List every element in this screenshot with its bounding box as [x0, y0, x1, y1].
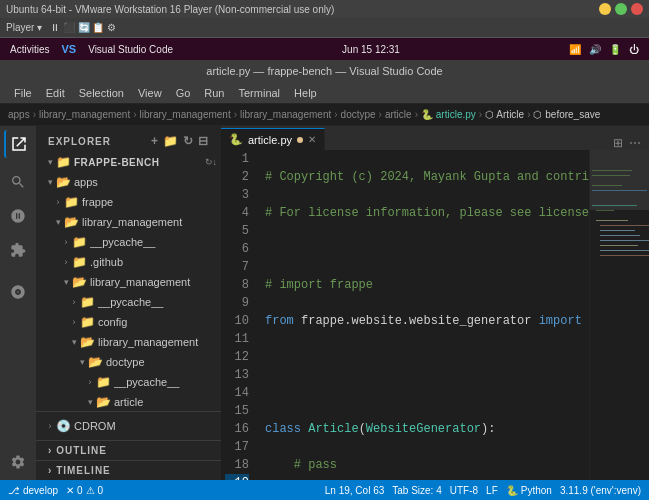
encoding-text: UTF-8 [450, 485, 478, 496]
bc-article-class[interactable]: ⬡ Article [485, 109, 524, 120]
bc-lm3[interactable]: library_management [240, 109, 331, 120]
activity-explorer[interactable] [4, 130, 32, 158]
svg-rect-13 [600, 255, 649, 256]
tree-article-folder[interactable]: ▾ 📂 article [36, 392, 221, 411]
bc-before-save[interactable]: ⬡ before_save [533, 109, 600, 120]
code-content[interactable]: # Copyright (c) 2024, Mayank Gupta and c… [257, 150, 589, 480]
ubuntu-topbar-right: 📶 🔊 🔋 ⏻ [569, 44, 639, 55]
arrow-icon: ▾ [44, 157, 56, 167]
arrow-icon: › [68, 317, 80, 327]
tree-config[interactable]: › 📁 config [36, 312, 221, 332]
tree-libmgmt-1[interactable]: ▾ 📂 library_management [36, 212, 221, 232]
tree-doctype[interactable]: ▾ 📂 doctype [36, 352, 221, 372]
code-line-1: # Copyright (c) 2024, Mayank Gupta and c… [265, 168, 581, 186]
bc-apps[interactable]: apps [8, 109, 30, 120]
tree-root[interactable]: ▾ 📁 FRAPPE-BENCH ↻↓ [36, 152, 221, 172]
menu-selection[interactable]: Selection [73, 85, 130, 101]
vscode-menubar[interactable]: File Edit Selection View Go Run Terminal… [0, 82, 649, 104]
close-tab-icon[interactable]: ✕ [308, 134, 316, 145]
refresh-icon[interactable]: ↻ [183, 134, 194, 148]
arrow-icon: ▾ [76, 357, 88, 367]
vm-window-controls[interactable] [599, 3, 643, 15]
svg-rect-5 [596, 210, 614, 211]
menu-view[interactable]: View [132, 85, 168, 101]
maximize-btn[interactable] [615, 3, 627, 15]
git-branch[interactable]: ⎇ develop [8, 485, 58, 496]
code-line-4: # import frappe [265, 276, 581, 294]
code-line-9: # pass [265, 456, 581, 474]
svg-rect-12 [600, 250, 649, 251]
activity-debug[interactable] [4, 278, 32, 306]
svg-rect-0 [592, 170, 632, 171]
vm-titlebar: Ubuntu 64-bit - VMware Workstation 16 Pl… [0, 0, 649, 18]
ubuntu-topbar: Activities VS Visual Studio Code Jun 15 … [0, 38, 649, 60]
activity-search[interactable] [4, 168, 32, 196]
activities-label[interactable]: Activities [10, 44, 49, 55]
arrow-icon: ▾ [52, 217, 64, 227]
code-editor[interactable]: 1 2 3 4 5 6 7 8 9 10 11 12 13 14 15 16 1 [221, 150, 649, 480]
line-numbers: 1 2 3 4 5 6 7 8 9 10 11 12 13 14 15 16 1 [221, 150, 257, 480]
python-version[interactable]: 3.11.9 ('env':venv) [560, 485, 641, 496]
tab-size[interactable]: Tab Size: 4 [392, 485, 441, 496]
language-mode[interactable]: 🐍 Python [506, 485, 552, 496]
arrow-icon: ▾ [60, 277, 72, 287]
explorer-header-icons[interactable]: + 📁 ↻ ⊟ [151, 134, 209, 148]
tab-size-text: Tab Size: 4 [392, 485, 441, 496]
bc-article-folder[interactable]: article [385, 109, 412, 120]
tree-cdrom[interactable]: › 💿 CDROM [36, 416, 221, 436]
bc-lm1[interactable]: library_management [39, 109, 130, 120]
more-actions-icon[interactable]: ⋯ [629, 136, 641, 150]
arrow-icon: › [52, 197, 64, 207]
tree-pycache-1[interactable]: › 📁 __pycache__ [36, 232, 221, 252]
tree-apps[interactable]: ▾ 📂 apps [36, 172, 221, 192]
vscode-window: article.py — frappe-bench — Visual Studi… [0, 60, 649, 500]
status-left: ⎇ develop ✕ 0 ⚠ 0 [8, 485, 103, 496]
encoding[interactable]: UTF-8 [450, 485, 478, 496]
tree-frappe[interactable]: › 📁 frappe [36, 192, 221, 212]
collapse-all-icon[interactable]: ⊟ [198, 134, 209, 148]
timeline-header[interactable]: › TIMELINE [36, 461, 221, 480]
new-file-icon[interactable]: + [151, 134, 159, 148]
activity-bar [0, 126, 36, 480]
menu-edit[interactable]: Edit [40, 85, 71, 101]
tree-libmgmt-2[interactable]: ▾ 📂 library_management [36, 272, 221, 292]
svg-rect-6 [596, 220, 628, 221]
close-btn[interactable] [631, 3, 643, 15]
branch-icon: ⎇ [8, 485, 20, 496]
cursor-position[interactable]: Ln 19, Col 63 [325, 485, 385, 496]
cdrom-label: CDROM [74, 420, 217, 432]
ubuntu-topbar-left: Activities VS Visual Studio Code [10, 43, 173, 55]
network-icon: 📶 [569, 44, 581, 55]
tree-github[interactable]: › 📁 .github [36, 252, 221, 272]
activity-source-control[interactable] [4, 202, 32, 230]
tree-pycache-doctype[interactable]: › 📁 __pycache__ [36, 372, 221, 392]
tree-pycache-2[interactable]: › 📁 __pycache__ [36, 292, 221, 312]
new-folder-icon[interactable]: 📁 [163, 134, 179, 148]
tab-label: article.py [248, 134, 292, 146]
breadcrumb-bar: apps › library_management › library_mana… [0, 104, 649, 126]
menu-go[interactable]: Go [170, 85, 197, 101]
bc-lm2[interactable]: library_management [140, 109, 231, 120]
tab-article-py[interactable]: 🐍 article.py ✕ [221, 128, 325, 150]
arrow-icon: › [68, 297, 80, 307]
tree-libmgmt-3[interactable]: ▾ 📂 library_management [36, 332, 221, 352]
ubuntu-topbar-center: Jun 15 12:31 [342, 44, 400, 55]
timeline-arrow: › [48, 465, 52, 476]
svg-rect-11 [600, 245, 638, 246]
bc-doctype[interactable]: doctype [341, 109, 376, 120]
activity-extensions[interactable] [4, 236, 32, 264]
errors-warnings[interactable]: ✕ 0 ⚠ 0 [66, 485, 103, 496]
svg-rect-4 [592, 205, 637, 206]
line-ending-text: LF [486, 485, 498, 496]
minimize-btn[interactable] [599, 3, 611, 15]
menu-terminal[interactable]: Terminal [233, 85, 287, 101]
activity-settings[interactable] [4, 448, 32, 476]
outline-header[interactable]: › OUTLINE [36, 441, 221, 460]
menu-run[interactable]: Run [198, 85, 230, 101]
menu-help[interactable]: Help [288, 85, 323, 101]
vscode-titlebar: article.py — frappe-bench — Visual Studi… [0, 60, 649, 82]
menu-file[interactable]: File [8, 85, 38, 101]
line-ending[interactable]: LF [486, 485, 498, 496]
split-editor-icon[interactable]: ⊞ [613, 136, 623, 150]
bc-article-py[interactable]: 🐍 article.py [421, 109, 476, 120]
